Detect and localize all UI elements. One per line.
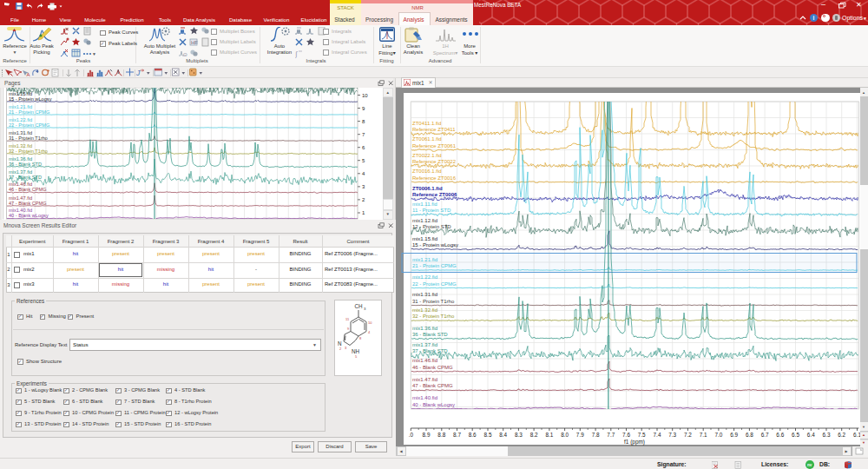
svg-text:ZT0006.1.fid: ZT0006.1.fid [412, 186, 443, 191]
svg-text:37 - Blank STD: 37 - Blank STD [412, 348, 448, 353]
svg-text:mix1.32.fid: mix1.32.fid [412, 307, 437, 313]
svg-text:mix1.15.fid: mix1.15.fid [412, 236, 437, 241]
svg-text:10: 10 [362, 92, 368, 97]
svg-text:7.5: 7.5 [638, 432, 646, 438]
svg-text:6.1: 6.1 [853, 432, 860, 438]
svg-text:mix1.15.fid: mix1.15.fid [9, 90, 32, 96]
svg-text:ZT0022.1.fid: ZT0022.1.fid [412, 153, 442, 158]
svg-text:ZT0061.1.fid: ZT0061.1.fid [412, 136, 442, 142]
svg-text:9: 9 [362, 106, 365, 111]
svg-text:8.5: 8.5 [484, 432, 492, 438]
svg-text:HF: HF [191, 40, 198, 45]
svg-text:5: 5 [355, 354, 358, 359]
svg-text:22 - Protein CPMG: 22 - Protein CPMG [412, 281, 457, 287]
svg-text:Reference ZT0061: Reference ZT0061 [412, 143, 457, 149]
svg-text:8.4: 8.4 [499, 432, 507, 438]
svg-text:NH: NH [352, 348, 360, 354]
svg-text:mix1.46.fid: mix1.46.fid [9, 182, 32, 187]
svg-text:6.3: 6.3 [823, 432, 831, 438]
svg-text:mix1.47.fid: mix1.47.fid [9, 195, 32, 200]
svg-text:3: 3 [362, 184, 365, 189]
svg-text:6.5: 6.5 [792, 432, 799, 438]
svg-text:8.0: 8.0 [561, 432, 569, 438]
svg-text:mix1.32.fid: mix1.32.fid [9, 142, 32, 148]
svg-text:46 - Blank CPMG: 46 - Blank CPMG [412, 365, 453, 370]
svg-text:7: 7 [362, 132, 365, 137]
svg-text:mix1.31.fid: mix1.31.fid [412, 292, 437, 297]
svg-text:8: 8 [362, 119, 365, 124]
svg-text:40 - Blank wLogsy: 40 - Blank wLogsy [412, 402, 455, 407]
svg-text:Reference ZT0411: Reference ZT0411 [412, 127, 456, 132]
svg-text:3: 3 [364, 307, 366, 311]
svg-text:mix1.36.fid: mix1.36.fid [412, 326, 437, 331]
svg-text:12 - Protein STD: 12 - Protein STD [412, 224, 451, 229]
svg-text:Reference ZT0016: Reference ZT0016 [412, 175, 457, 181]
svg-text:mix1.12.fid: mix1.12.fid [412, 218, 437, 223]
svg-text:7.0: 7.0 [714, 432, 722, 438]
svg-text:37 - Blank STD: 37 - Blank STD [9, 175, 42, 180]
svg-text:7.7: 7.7 [607, 432, 615, 438]
svg-text:8.3: 8.3 [515, 432, 523, 438]
svg-text:15 - Protein wLogsy: 15 - Protein wLogsy [9, 96, 52, 101]
svg-text:Θ: Θ [183, 52, 187, 57]
svg-text:ZT0411.1.fid: ZT0411.1.fid [412, 121, 441, 126]
svg-text:mix1.21.fid: mix1.21.fid [412, 257, 437, 262]
svg-text:mix1.37.fid: mix1.37.fid [9, 169, 32, 175]
svg-text:mix1.22.fid: mix1.22.fid [9, 116, 32, 122]
svg-text:mix1.36.fid: mix1.36.fid [9, 155, 32, 161]
svg-text:8.8: 8.8 [437, 432, 445, 438]
svg-text:CH: CH [354, 303, 363, 309]
svg-text:46 - Blank CPMG: 46 - Blank CPMG [9, 187, 47, 192]
svg-text:22 - Protein CPMG: 22 - Protein CPMG [9, 122, 49, 127]
svg-text:6.7: 6.7 [761, 432, 769, 438]
svg-text:A: A [27, 72, 30, 77]
svg-text:7.3: 7.3 [668, 432, 676, 438]
svg-text:8.1: 8.1 [545, 432, 553, 438]
svg-text:4: 4 [368, 330, 371, 334]
svg-text:∫: ∫ [295, 50, 298, 58]
svg-text:mix1.40.fid: mix1.40.fid [9, 208, 32, 213]
svg-text:8.9: 8.9 [423, 432, 431, 438]
svg-text:31 - Protein T1rho: 31 - Protein T1rho [9, 135, 48, 140]
svg-text:36 - Blank STD: 36 - Blank STD [9, 161, 42, 166]
svg-text:mix1.47.fid: mix1.47.fid [412, 377, 437, 382]
svg-text:8: 8 [359, 336, 362, 340]
svg-text:10: 10 [368, 320, 372, 325]
svg-text:21 - Protein CPMG: 21 - Protein CPMG [412, 263, 457, 268]
svg-text:3: 3 [345, 346, 347, 350]
svg-text:7.6: 7.6 [622, 432, 630, 438]
svg-text:11 - Protein STD: 11 - Protein STD [412, 208, 451, 213]
svg-text:7.9: 7.9 [576, 432, 584, 438]
svg-text:N: N [338, 340, 342, 347]
svg-text:.0: .0 [409, 432, 414, 438]
svg-text:1: 1 [362, 210, 365, 215]
svg-text:8.6: 8.6 [469, 432, 477, 438]
svg-text:f1 (ppm): f1 (ppm) [624, 439, 645, 446]
svg-text:7.2: 7.2 [684, 432, 692, 438]
svg-text:mix1.40.fid: mix1.40.fid [412, 395, 437, 400]
svg-text:11: 11 [345, 317, 350, 321]
svg-text:15 - Protein wLogsy: 15 - Protein wLogsy [412, 242, 458, 248]
svg-text:ZT0016.1.fid: ZT0016.1.fid [412, 168, 442, 174]
svg-text:2: 2 [362, 197, 365, 202]
svg-text:7.8: 7.8 [592, 432, 600, 438]
svg-text:4: 4 [362, 171, 365, 176]
svg-text:mix1.21.fid: mix1.21.fid [9, 103, 32, 109]
svg-text:Reference ZT0006: Reference ZT0006 [412, 192, 457, 197]
svg-text:21 - Protein CPMG: 21 - Protein CPMG [9, 109, 49, 114]
svg-text:36 - Blank STD: 36 - Blank STD [412, 332, 448, 337]
svg-text:2: 2 [339, 347, 342, 351]
svg-text:Reference ZT0022: Reference ZT0022 [412, 159, 457, 164]
svg-text:mix1.22.fid: mix1.22.fid [412, 274, 437, 280]
svg-text:6.8: 6.8 [746, 432, 753, 438]
svg-text:6: 6 [362, 145, 365, 150]
svg-text:5: 5 [362, 158, 365, 163]
svg-text:8.2: 8.2 [530, 432, 538, 438]
svg-text:J: J [135, 69, 141, 77]
svg-text:40 - Blank wLogsy: 40 - Blank wLogsy [9, 213, 49, 218]
svg-text:mix1.46.fid: mix1.46.fid [412, 358, 437, 363]
svg-text:8.7: 8.7 [453, 432, 461, 438]
svg-text:32 - Protein T1rho: 32 - Protein T1rho [9, 148, 48, 153]
svg-text:mix1.11.fid: mix1.11.fid [412, 201, 437, 207]
svg-text:47 - Blank CPMG: 47 - Blank CPMG [9, 200, 47, 205]
